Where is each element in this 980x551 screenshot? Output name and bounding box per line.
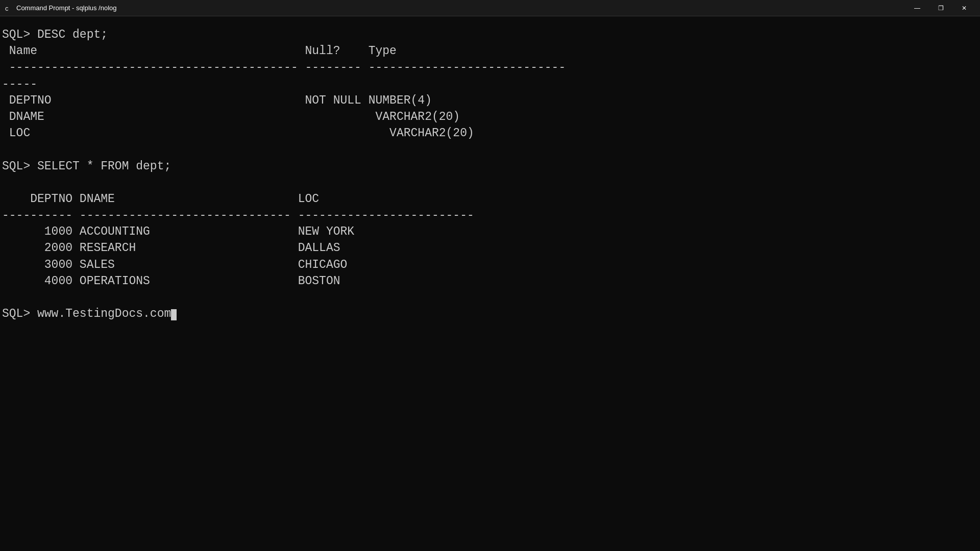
select-command-line: SQL> SELECT * FROM dept; <box>0 158 980 174</box>
cmd-icon: C <box>4 4 12 12</box>
minimize-button[interactable]: — <box>905 0 929 16</box>
data-row-4: 4000 OPERATIONS BOSTON <box>0 273 980 289</box>
desc-deptno-line: DEPTNO NOT NULL NUMBER(4) <box>0 92 980 109</box>
blank-line-1 <box>0 141 980 158</box>
desc-dname-line: DNAME VARCHAR2(20) <box>0 109 980 125</box>
select-separator-line: ---------- -----------------------------… <box>0 207 980 223</box>
data-row-1: 1000 ACCOUNTING NEW YORK <box>0 223 980 240</box>
title-bar: C Command Prompt - sqlplus /nolog — ❐ ✕ <box>0 0 980 16</box>
svg-text:C: C <box>5 6 9 12</box>
data-row-2: 2000 RESEARCH DALLAS <box>0 240 980 256</box>
title-bar-left: C Command Prompt - sqlplus /nolog <box>4 4 117 12</box>
desc-header-line: Name Null? Type <box>0 43 980 59</box>
terminal-output: SQL> DESC dept; Name Null? Type --------… <box>0 16 980 551</box>
data-row-3: 3000 SALES CHICAGO <box>0 257 980 273</box>
current-prompt-line[interactable]: SQL> www.TestingDocs.com <box>0 306 980 322</box>
window-controls: — ❐ ✕ <box>905 0 976 16</box>
blank-line-3 <box>0 289 980 306</box>
select-header-line: DEPTNO DNAME LOC <box>0 191 980 207</box>
blank-line-2 <box>0 174 980 191</box>
desc-separator-line2: ----- <box>0 76 980 92</box>
cursor <box>171 309 177 320</box>
maximize-button[interactable]: ❐ <box>929 0 952 16</box>
desc-separator-line: ----------------------------------------… <box>0 59 980 76</box>
window-title: Command Prompt - sqlplus /nolog <box>16 4 117 12</box>
desc-command-line: SQL> DESC dept; <box>0 27 980 43</box>
desc-loc-line: LOC VARCHAR2(20) <box>0 125 980 141</box>
close-button[interactable]: ✕ <box>952 0 976 16</box>
